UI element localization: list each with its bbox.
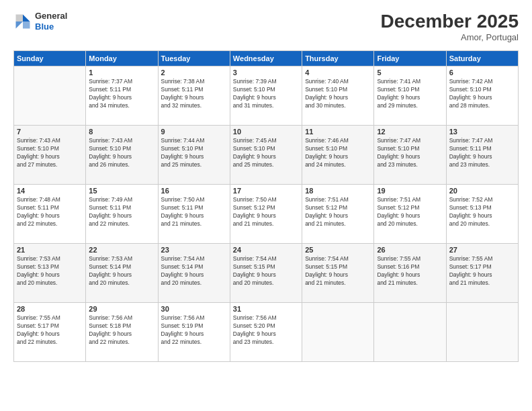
table-row: 12Sunrise: 7:47 AM Sunset: 5:10 PM Dayli… [374,126,446,185]
calendar-week-row: 7Sunrise: 7:43 AM Sunset: 5:10 PM Daylig… [14,126,519,185]
day-info: Sunrise: 7:56 AM Sunset: 5:20 PM Dayligh… [233,314,299,347]
day-info: Sunrise: 7:55 AM Sunset: 5:17 PM Dayligh… [449,255,515,287]
day-info: Sunrise: 7:56 AM Sunset: 5:19 PM Dayligh… [161,314,227,347]
table-row: 28Sunrise: 7:55 AM Sunset: 5:17 PM Dayli… [14,303,86,362]
day-info: Sunrise: 7:51 AM Sunset: 5:12 PM Dayligh… [377,196,443,228]
table-row: 23Sunrise: 7:54 AM Sunset: 5:14 PM Dayli… [158,244,230,303]
svg-marker-0 [23,14,30,21]
header-row: Sunday Monday Tuesday Wednesday Thursday… [14,51,519,66]
day-number: 3 [233,68,299,77]
day-info: Sunrise: 7:45 AM Sunset: 5:10 PM Dayligh… [233,137,299,169]
day-number: 30 [161,305,227,313]
day-number: 22 [89,246,154,254]
location: Amor, Portugal [381,32,519,42]
calendar-week-row: 1Sunrise: 7:37 AM Sunset: 5:11 PM Daylig… [14,66,519,126]
table-row: 20Sunrise: 7:52 AM Sunset: 5:13 PM Dayli… [446,185,518,244]
day-number: 1 [89,68,154,77]
day-info: Sunrise: 7:40 AM Sunset: 5:10 PM Dayligh… [305,78,371,110]
table-row: 30Sunrise: 7:56 AM Sunset: 5:19 PM Dayli… [158,303,230,362]
day-number: 9 [161,128,227,136]
day-number: 24 [233,246,299,254]
table-row [302,303,374,362]
table-row: 11Sunrise: 7:46 AM Sunset: 5:10 PM Dayli… [302,126,374,185]
table-row: 16Sunrise: 7:50 AM Sunset: 5:11 PM Dayli… [158,185,230,244]
table-row: 31Sunrise: 7:56 AM Sunset: 5:20 PM Dayli… [230,303,302,362]
day-number: 7 [17,128,83,136]
day-number: 2 [161,68,227,77]
table-row: 7Sunrise: 7:43 AM Sunset: 5:10 PM Daylig… [14,126,86,185]
table-row [374,303,446,362]
day-info: Sunrise: 7:52 AM Sunset: 5:13 PM Dayligh… [449,196,515,228]
col-friday: Friday [374,51,446,66]
day-number: 16 [161,187,227,195]
day-info: Sunrise: 7:46 AM Sunset: 5:10 PM Dayligh… [305,137,371,169]
header: General Blue December 2025 Amor, Portuga… [13,11,519,42]
day-number: 4 [305,68,371,77]
day-info: Sunrise: 7:54 AM Sunset: 5:15 PM Dayligh… [233,255,299,287]
day-number: 8 [89,128,154,136]
table-row: 6Sunrise: 7:42 AM Sunset: 5:10 PM Daylig… [446,66,518,126]
table-row: 17Sunrise: 7:50 AM Sunset: 5:12 PM Dayli… [230,185,302,244]
table-row: 27Sunrise: 7:55 AM Sunset: 5:17 PM Dayli… [446,244,518,303]
day-number: 15 [89,187,154,195]
day-number: 19 [377,187,443,195]
day-number: 21 [17,246,83,254]
day-info: Sunrise: 7:55 AM Sunset: 5:16 PM Dayligh… [377,255,443,287]
day-info: Sunrise: 7:43 AM Sunset: 5:10 PM Dayligh… [17,137,83,169]
day-info: Sunrise: 7:53 AM Sunset: 5:13 PM Dayligh… [17,255,83,287]
day-info: Sunrise: 7:54 AM Sunset: 5:15 PM Dayligh… [305,255,371,287]
month-title: December 2025 [381,11,519,32]
day-info: Sunrise: 7:37 AM Sunset: 5:11 PM Dayligh… [89,78,154,110]
day-number: 23 [161,246,227,254]
day-number: 12 [377,128,443,136]
day-number: 5 [377,68,443,77]
day-info: Sunrise: 7:56 AM Sunset: 5:18 PM Dayligh… [89,314,154,347]
table-row: 10Sunrise: 7:45 AM Sunset: 5:10 PM Dayli… [230,126,302,185]
day-number: 20 [449,187,515,195]
day-number: 29 [89,305,154,313]
day-info: Sunrise: 7:48 AM Sunset: 5:11 PM Dayligh… [17,196,83,228]
table-row: 18Sunrise: 7:51 AM Sunset: 5:12 PM Dayli… [302,185,374,244]
table-row: 15Sunrise: 7:49 AM Sunset: 5:11 PM Dayli… [86,185,158,244]
page: General Blue December 2025 Amor, Portuga… [0,0,532,411]
day-number: 25 [305,246,371,254]
table-row: 26Sunrise: 7:55 AM Sunset: 5:16 PM Dayli… [374,244,446,303]
day-number: 26 [377,246,443,254]
day-number: 6 [449,68,515,77]
day-number: 11 [305,128,371,136]
day-info: Sunrise: 7:38 AM Sunset: 5:11 PM Dayligh… [161,78,227,110]
table-row: 25Sunrise: 7:54 AM Sunset: 5:15 PM Dayli… [302,244,374,303]
table-row [14,66,86,126]
col-sunday: Sunday [14,51,86,66]
calendar-body: 1Sunrise: 7:37 AM Sunset: 5:11 PM Daylig… [14,66,519,362]
logo: General Blue [13,11,67,32]
logo-text: General Blue [35,11,67,32]
calendar-table: Sunday Monday Tuesday Wednesday Thursday… [13,50,519,362]
day-info: Sunrise: 7:49 AM Sunset: 5:11 PM Dayligh… [89,196,154,228]
table-row: 22Sunrise: 7:53 AM Sunset: 5:14 PM Dayli… [86,244,158,303]
col-monday: Monday [86,51,158,66]
table-row: 13Sunrise: 7:47 AM Sunset: 5:11 PM Dayli… [446,126,518,185]
table-row: 4Sunrise: 7:40 AM Sunset: 5:10 PM Daylig… [302,66,374,126]
table-row: 19Sunrise: 7:51 AM Sunset: 5:12 PM Dayli… [374,185,446,244]
day-info: Sunrise: 7:55 AM Sunset: 5:17 PM Dayligh… [17,314,83,347]
table-row: 5Sunrise: 7:41 AM Sunset: 5:10 PM Daylig… [374,66,446,126]
day-info: Sunrise: 7:41 AM Sunset: 5:10 PM Dayligh… [377,78,443,110]
day-number: 31 [233,305,299,313]
calendar-week-row: 21Sunrise: 7:53 AM Sunset: 5:13 PM Dayli… [14,244,519,303]
table-row: 9Sunrise: 7:44 AM Sunset: 5:10 PM Daylig… [158,126,230,185]
day-info: Sunrise: 7:47 AM Sunset: 5:10 PM Dayligh… [377,137,443,169]
day-info: Sunrise: 7:54 AM Sunset: 5:14 PM Dayligh… [161,255,227,287]
table-row: 1Sunrise: 7:37 AM Sunset: 5:11 PM Daylig… [86,66,158,126]
col-wednesday: Wednesday [230,51,302,66]
day-number: 17 [233,187,299,195]
col-tuesday: Tuesday [158,51,230,66]
table-row [446,303,518,362]
logo-general-text: General [35,11,67,21]
svg-marker-2 [16,14,24,21]
col-saturday: Saturday [446,51,518,66]
table-row: 21Sunrise: 7:53 AM Sunset: 5:13 PM Dayli… [14,244,86,303]
day-number: 13 [449,128,515,136]
calendar-week-row: 14Sunrise: 7:48 AM Sunset: 5:11 PM Dayli… [14,185,519,244]
day-number: 27 [449,246,515,254]
